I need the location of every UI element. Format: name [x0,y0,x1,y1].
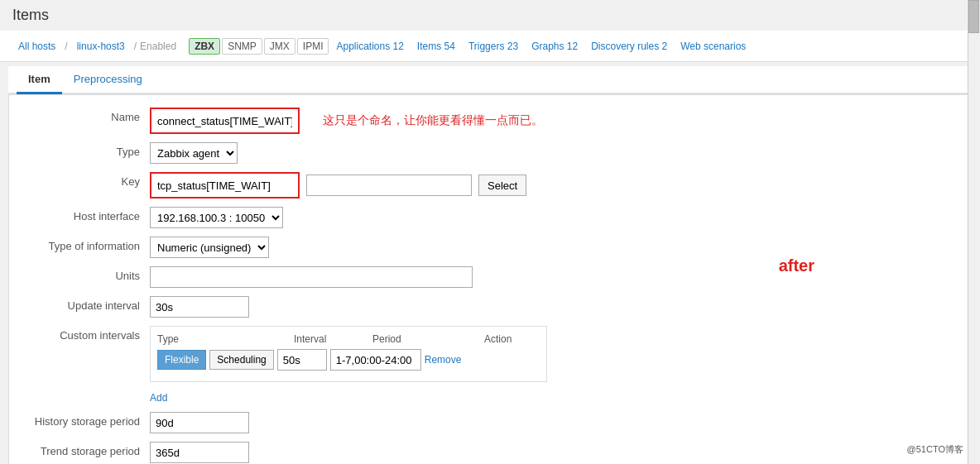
tab-graphs[interactable]: Graphs 12 [526,38,584,55]
tab-triggers[interactable]: Triggers 23 [463,38,524,55]
history-row: History storage period [9,408,971,438]
tab-item[interactable]: Item [17,66,62,94]
host-interface-select[interactable]: 192.168.100.3 : 10050 [150,207,283,228]
tab-snmp[interactable]: SNMP [222,38,262,55]
breadcrumb-sep1: / [65,41,67,52]
type-of-info-label: Type of information [22,237,150,252]
key-input-wrapper [150,172,300,199]
ci-period-header: Period [372,333,472,345]
key-input-ext[interactable] [306,175,472,196]
history-field [150,412,958,433]
flexible-button[interactable]: Flexible [157,350,206,370]
ci-header: Type Interval Period Action [157,333,540,345]
type-of-info-field: Numeric (unsigned) [150,237,958,258]
ci-interval-input[interactable] [277,349,327,371]
trend-row: Trend storage period [9,438,971,464]
key-input[interactable] [152,175,297,196]
name-label: Name [22,108,150,123]
name-field: 这只是个命名，让你能更看得懂一点而已。 [150,108,958,134]
custom-intervals-box: Type Interval Period Action Flexible Sch… [150,326,547,382]
type-select[interactable]: Zabbix agent [150,142,238,164]
ci-interval-header: Interval [294,333,360,345]
type-of-info-select[interactable]: Numeric (unsigned) [150,237,269,258]
name-annotation: 这只是个命名，让你能更看得懂一点而已。 [323,113,543,128]
host-nav-tabs: ZBX SNMP JMX IPMI Applications 12 Items … [189,38,752,55]
units-label: Units [22,266,150,282]
tab-ipmi[interactable]: IPMI [297,38,329,55]
type-label: Type [22,142,150,158]
host-link[interactable]: linux-host3 [71,38,131,55]
type-of-info-row: Type of information Numeric (unsigned) [9,232,971,262]
type-field: Zabbix agent [150,142,958,164]
name-row: Name 这只是个命名，让你能更看得懂一点而已。 [9,103,971,138]
enabled-badge: Enabled [140,41,176,52]
key-row: Key Select [9,168,971,203]
ci-row: Flexible Scheduling Remove [157,349,540,371]
units-input[interactable] [150,266,473,288]
host-interface-field: 192.168.100.3 : 10050 [150,207,958,228]
key-field: Select [150,172,958,199]
ci-type-header: Type [157,333,281,345]
watermark: @51CTO博客 [907,443,963,456]
name-input[interactable] [152,110,297,132]
update-interval-row: Update interval [9,292,971,322]
all-hosts-link[interactable]: All hosts [12,38,61,55]
units-row: Units [9,262,971,292]
type-row: Type Zabbix agent [9,138,971,168]
trend-label: Trend storage period [22,442,150,457]
host-interface-row: Host interface 192.168.100.3 : 10050 [9,203,971,232]
custom-intervals-row: Custom intervals Type Interval Period Ac… [9,322,971,408]
page-title: Items [0,0,980,31]
key-label: Key [22,172,150,188]
ci-action-header: Action [484,333,534,345]
page-scrollbar-thumb [968,0,979,33]
history-input[interactable] [150,412,249,433]
update-interval-field [150,296,958,318]
tab-preprocessing[interactable]: Preprocessing [62,66,154,94]
custom-intervals-field: Type Interval Period Action Flexible Sch… [150,326,958,404]
history-label: History storage period [22,412,150,428]
trend-input[interactable] [150,442,249,463]
nav-bar: All hosts / linux-host3 / Enabled ZBX SN… [0,31,980,62]
ci-period-input[interactable] [330,349,421,371]
select-button[interactable]: Select [478,175,526,196]
update-interval-label: Update interval [22,296,150,312]
update-interval-input[interactable] [150,296,249,318]
tab-applications[interactable]: Applications 12 [330,38,409,55]
scheduling-button[interactable]: Scheduling [209,350,273,370]
trend-field [150,442,958,463]
tab-zbx[interactable]: ZBX [189,38,220,55]
item-form: Name 这只是个命名，让你能更看得懂一点而已。 Type Zabbix age… [8,94,972,464]
host-interface-label: Host interface [22,207,150,222]
form-tabs: Item Preprocessing [8,66,972,94]
units-field [150,266,958,288]
tab-items[interactable]: Items 54 [411,38,461,55]
tab-jmx[interactable]: JMX [264,38,295,55]
tab-discovery[interactable]: Discovery rules 2 [585,38,673,55]
page-scrollbar[interactable] [968,0,980,464]
ci-add-link[interactable]: Add [150,392,167,404]
name-input-wrapper [150,108,300,134]
ci-remove-link[interactable]: Remove [425,354,462,366]
content-area: Item Preprocessing Name 这只是个命名，让你能更看得懂一点… [0,62,980,464]
after-label: after [779,256,814,275]
breadcrumb: All hosts / linux-host3 / Enabled [12,38,176,55]
tab-web[interactable]: Web scenarios [675,38,752,55]
custom-intervals-label: Custom intervals [22,326,150,342]
breadcrumb-sep2: / [134,41,137,52]
